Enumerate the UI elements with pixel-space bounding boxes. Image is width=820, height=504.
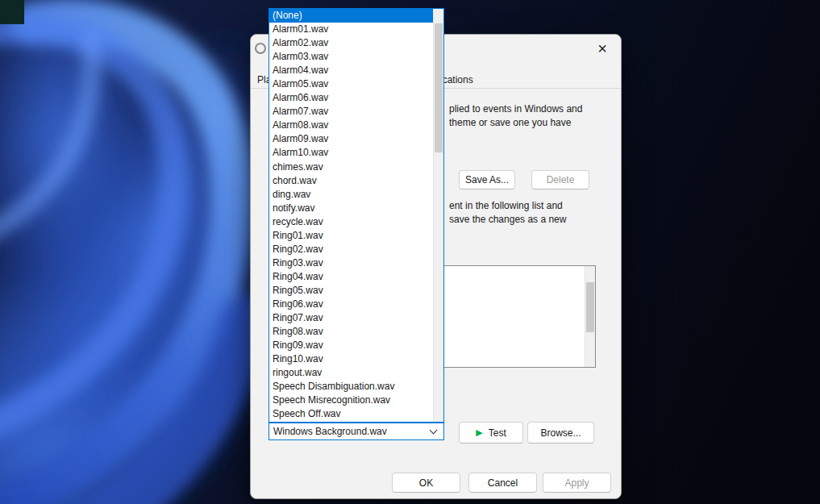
chevron-down-icon[interactable] bbox=[430, 426, 438, 434]
events-description-line1: ent in the following list and bbox=[449, 200, 563, 211]
test-button-label: Test bbox=[489, 427, 506, 439]
dropdown-item[interactable]: Alarm10.wav bbox=[269, 146, 433, 160]
dropdown-item[interactable]: Alarm09.wav bbox=[269, 132, 433, 146]
dropdown-item[interactable]: Speech Off.wav bbox=[269, 407, 433, 421]
sound-combobox[interactable]: Windows Background.wav bbox=[268, 423, 444, 440]
dropdown-item[interactable]: Alarm05.wav bbox=[269, 77, 433, 91]
dropdown-item[interactable]: Ring10.wav bbox=[269, 352, 433, 366]
apply-button[interactable]: Apply bbox=[543, 473, 611, 493]
dropdown-item[interactable]: Ring09.wav bbox=[269, 339, 433, 352]
dropdown-item[interactable]: Ring05.wav bbox=[269, 284, 433, 298]
dropdown-item[interactable]: Ring03.wav bbox=[269, 256, 433, 270]
delete-button[interactable]: Delete bbox=[531, 170, 589, 190]
dropdown-item[interactable]: Alarm08.wav bbox=[269, 119, 433, 132]
dropdown-item[interactable]: Ring02.wav bbox=[269, 243, 433, 256]
test-button[interactable]: ▶ Test bbox=[459, 422, 523, 444]
dialog-icon bbox=[255, 43, 266, 54]
dropdown-item[interactable]: ringout.wav bbox=[269, 366, 433, 380]
dropdown-item[interactable]: Speech Disambiguation.wav bbox=[269, 380, 433, 394]
play-icon: ▶ bbox=[476, 428, 482, 437]
dropdown-item[interactable]: Alarm06.wav bbox=[269, 91, 433, 105]
save-as-button[interactable]: Save As... bbox=[459, 170, 515, 190]
dropdown-item[interactable]: Ring07.wav bbox=[269, 311, 433, 325]
dropdown-item[interactable]: Alarm01.wav bbox=[269, 23, 433, 36]
dropdown-scrollbar-thumb[interactable] bbox=[435, 23, 443, 152]
dropdown-item[interactable]: chimes.wav bbox=[269, 160, 433, 174]
dropdown-item[interactable]: Alarm03.wav bbox=[269, 50, 433, 64]
dropdown-item[interactable]: Alarm02.wav bbox=[269, 36, 433, 50]
desktop: × Pla ications plied to events in Window… bbox=[0, 0, 820, 504]
listbox-scrollbar-thumb[interactable] bbox=[586, 282, 594, 332]
dropdown-item[interactable]: Alarm07.wav bbox=[269, 105, 433, 119]
sound-dropdown-list: (None)Alarm01.wavAlarm02.wavAlarm03.wavA… bbox=[269, 9, 433, 422]
dropdown-item[interactable]: Ring04.wav bbox=[269, 270, 433, 284]
dropdown-item[interactable]: Ring06.wav bbox=[269, 298, 433, 311]
dropdown-item[interactable]: (None) bbox=[269, 9, 433, 23]
events-description-line2: save the changes as a new bbox=[449, 214, 566, 225]
dropdown-item[interactable]: Ring08.wav bbox=[269, 325, 433, 339]
scheme-description-line2: theme or save one you have bbox=[449, 117, 571, 128]
tab-communications[interactable]: ications bbox=[440, 74, 473, 85]
dropdown-scrollbar[interactable] bbox=[433, 9, 443, 422]
close-icon[interactable]: × bbox=[590, 38, 614, 59]
sound-dropdown-open: (None)Alarm01.wavAlarm02.wavAlarm03.wavA… bbox=[268, 8, 444, 423]
dropdown-item[interactable]: chord.wav bbox=[269, 174, 433, 188]
dropdown-item[interactable]: Speech Misrecognition.wav bbox=[269, 394, 433, 407]
browse-button[interactable]: Browse... bbox=[527, 422, 594, 444]
ok-button[interactable]: OK bbox=[392, 473, 460, 493]
dropdown-item[interactable]: notify.wav bbox=[269, 202, 433, 215]
cancel-button[interactable]: Cancel bbox=[468, 473, 537, 493]
combobox-value: Windows Background.wav bbox=[269, 426, 431, 437]
listbox-scrollbar[interactable] bbox=[585, 266, 595, 367]
scheme-description-line1: plied to events in Windows and bbox=[449, 103, 582, 115]
dropdown-item[interactable]: Ring01.wav bbox=[269, 229, 433, 243]
dropdown-item[interactable]: recycle.wav bbox=[269, 215, 433, 229]
dropdown-item[interactable]: ding.wav bbox=[269, 188, 433, 202]
dropdown-item[interactable]: Alarm04.wav bbox=[269, 64, 433, 77]
